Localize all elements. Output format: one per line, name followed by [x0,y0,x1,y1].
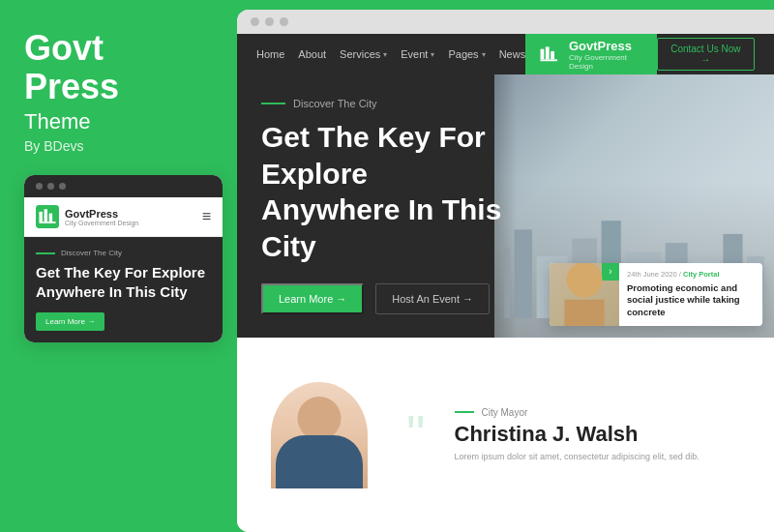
browser-chrome [237,10,774,34]
svg-rect-5 [541,49,545,60]
discover-label: Discover The City [261,98,530,109]
mobile-hero-section: Discover The City Get The Key For Explor… [24,237,223,342]
learn-more-button[interactable]: Learn More → [261,283,364,314]
browser-dot-2 [265,17,274,26]
mobile-logo: GovtPress City Government Design [36,205,138,228]
nav-pages[interactable]: Pages ▾ [448,48,485,60]
right-panel: Home About Services ▾ Event ▾ Pages ▾ Ne… [237,10,774,532]
browser-dot-1 [251,17,259,26]
city-mayor-text: City Mayor [482,407,528,418]
news-card-content: 24th June 2020 / City Portal Promoting e… [619,263,762,326]
mobile-dot-1 [36,183,43,190]
mobile-preview: GovtPress City Government Design ≡ Disco… [24,175,223,342]
mobile-dot-2 [47,183,54,190]
mayor-photo-area [261,382,377,488]
news-card[interactable]: › 24th June 2020 / City Portal Promoting… [550,263,762,326]
mobile-logo-icon [36,205,59,228]
svg-rect-3 [49,214,52,222]
contact-us-button[interactable]: Contact Us Now → [657,38,755,71]
discover-text: Discover The City [293,98,377,109]
news-card-image: › [550,263,619,326]
website-preview: Home About Services ▾ Event ▾ Pages ▾ Ne… [237,34,774,532]
mobile-discover-label: Discover The City [36,249,211,257]
mobile-hero-title: Get The Key For Explore Anywhere In This… [36,263,211,301]
left-panel: Govt Press Theme By BDevs GovtPress C [0,0,237,532]
news-card-arrow: › [602,263,619,281]
nav-home[interactable]: Home [256,48,284,60]
mobile-discover-text: Discover The City [61,249,122,257]
news-meta: 24th June 2020 / City Portal [627,270,755,279]
discover-line [261,103,285,104]
theme-subtitle: Theme [24,109,213,134]
site-logo: GovtPress City Government Design [525,34,656,76]
nav-about[interactable]: About [298,48,326,60]
news-date: 24th June 2020 [627,270,677,279]
mayor-name: Christina J. Walsh [455,422,750,447]
mobile-logo-text: GovtPress City Government Design [65,208,138,226]
hero-section: Discover The City Get The Key For Explor… [237,74,774,338]
news-portal: City Portal [683,270,720,279]
nav-services[interactable]: Services ▾ [340,48,387,60]
theme-title: Govt Press [24,29,213,105]
mayor-info: City Mayor Christina J. Walsh Lorem ipsu… [455,407,750,463]
nav-news[interactable]: News [499,48,526,60]
site-nav: Home About Services ▾ Event ▾ Pages ▾ Ne… [237,34,774,74]
news-card-title: Promoting economic and social justice wh… [627,282,755,319]
svg-rect-7 [551,51,554,59]
city-mayor-label: City Mayor [455,407,750,418]
hero-buttons: Learn More → Host An Event → [261,283,530,314]
hero-content: Discover The City Get The Key For Explor… [261,98,530,314]
mayor-desc: Lorem ipsum dolor sit amet, consectetur … [455,451,726,463]
svg-rect-4 [39,222,55,223]
hamburger-icon: ≡ [202,208,211,225]
mobile-nav: GovtPress City Government Design ≡ [24,197,223,237]
site-logo-text: GovtPress City Government Design [569,39,643,71]
city-mayor-line [455,411,474,413]
nav-links: Home About Services ▾ Event ▾ Pages ▾ Ne… [256,48,525,60]
hero-title: Get The Key For Explore Anywhere In This… [261,119,530,264]
nav-event[interactable]: Event ▾ [401,48,434,60]
svg-rect-6 [546,46,550,59]
theme-by: By BDevs [24,138,213,154]
mobile-discover-line [36,252,55,254]
mobile-header [24,175,223,197]
host-event-button[interactable]: Host An Event → [375,283,490,314]
quote-icon: " [406,408,426,461]
svg-rect-1 [39,212,42,222]
mobile-learn-more-button[interactable]: Learn More → [36,312,104,331]
mobile-dot-3 [59,183,66,190]
svg-rect-2 [45,209,47,222]
svg-rect-8 [541,59,558,61]
mayor-photo [271,382,368,488]
site-logo-icon [539,42,561,67]
below-hero: " City Mayor Christina J. Walsh Lorem ip… [237,338,774,532]
browser-dot-3 [280,17,288,26]
